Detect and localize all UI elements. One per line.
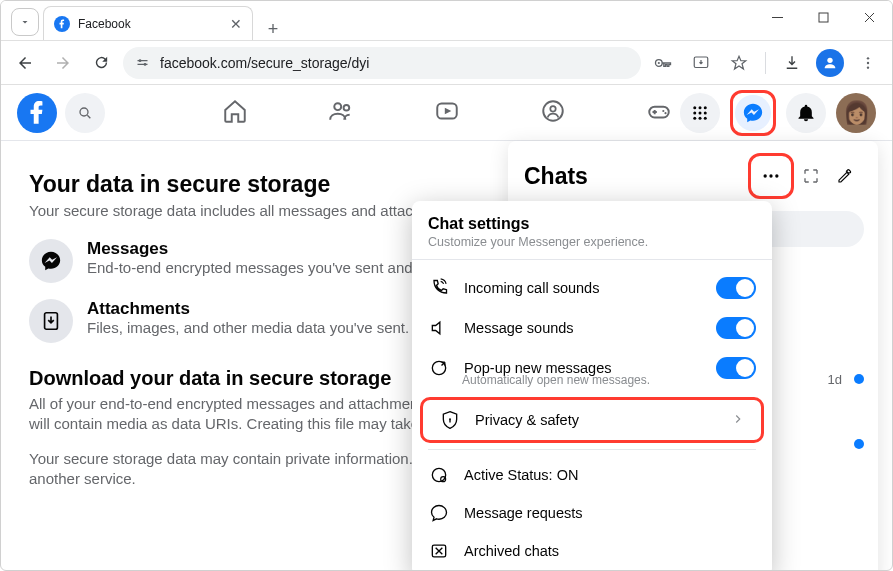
site-settings-icon <box>135 55 150 70</box>
svg-point-31 <box>775 174 778 177</box>
messenger-button-highlight <box>730 90 776 136</box>
svg-point-19 <box>693 106 696 109</box>
chat-bubble-icon <box>428 503 450 523</box>
browser-titlebar: Facebook ✕ + <box>1 1 892 41</box>
nav-friends-icon[interactable] <box>328 98 354 128</box>
svg-point-8 <box>867 61 869 63</box>
unread-dot-icon <box>854 374 864 384</box>
address-bar[interactable]: facebook.com/secure_storage/dyi <box>123 47 641 79</box>
notifications-button[interactable] <box>786 93 826 133</box>
close-window-button[interactable] <box>846 1 892 33</box>
svg-point-9 <box>867 66 869 68</box>
nav-video-icon[interactable] <box>434 98 460 128</box>
minimize-button[interactable] <box>754 1 800 33</box>
header-right: 👩🏽 <box>680 90 876 136</box>
new-message-icon[interactable] <box>828 159 862 193</box>
settings-subtitle: Customize your Messenger experience. <box>412 233 772 260</box>
speaker-icon <box>428 318 450 338</box>
browser-toolbar: facebook.com/secure_storage/dyi <box>1 41 892 85</box>
facebook-favicon <box>54 16 70 32</box>
menu-privacy-safety[interactable]: Privacy & safety <box>431 406 753 434</box>
svg-point-30 <box>769 174 772 177</box>
svg-point-26 <box>699 116 702 119</box>
svg-point-18 <box>664 112 666 114</box>
svg-point-6 <box>827 57 832 62</box>
browser-menu-icon[interactable] <box>852 47 884 79</box>
svg-point-21 <box>704 106 707 109</box>
tab-title: Facebook <box>78 17 222 31</box>
settings-title: Chat settings <box>412 215 772 233</box>
back-button[interactable] <box>9 47 41 79</box>
menu-incoming-sounds[interactable]: Incoming call sounds <box>412 268 772 308</box>
chats-options-button[interactable] <box>754 159 788 193</box>
svg-point-29 <box>764 174 767 177</box>
forward-button[interactable] <box>47 47 79 79</box>
chat-time: 1d <box>828 372 842 387</box>
bookmark-star-icon[interactable] <box>723 47 755 79</box>
svg-point-20 <box>699 106 702 109</box>
nav-gaming-icon[interactable] <box>646 98 672 128</box>
maximize-button[interactable] <box>800 1 846 33</box>
svg-point-10 <box>80 108 88 116</box>
install-app-icon[interactable] <box>685 47 717 79</box>
account-avatar[interactable]: 👩🏽 <box>836 93 876 133</box>
toggle-popup[interactable] <box>716 357 756 379</box>
svg-rect-0 <box>819 13 828 22</box>
chats-panel: Chats Chat settings Customize your Messe… <box>508 141 878 571</box>
downloads-icon[interactable] <box>776 47 808 79</box>
messenger-button[interactable] <box>735 95 771 131</box>
svg-point-25 <box>693 116 696 119</box>
menu-archived-chats[interactable]: Archived chats <box>412 532 772 570</box>
svg-point-17 <box>662 109 664 111</box>
nav-groups-icon[interactable] <box>540 98 566 128</box>
chat-settings-menu: Chat settings Customize your Messenger e… <box>412 201 772 571</box>
new-tab-button[interactable]: + <box>259 19 287 40</box>
svg-rect-16 <box>649 106 669 117</box>
svg-point-4 <box>658 61 660 63</box>
tab-close-button[interactable]: ✕ <box>230 16 242 32</box>
url-text: facebook.com/secure_storage/dyi <box>160 55 369 71</box>
browser-tab[interactable]: Facebook ✕ <box>43 6 253 40</box>
archive-icon <box>428 541 450 561</box>
svg-point-12 <box>343 104 349 110</box>
svg-point-11 <box>334 103 341 110</box>
popup-subtext: Automatically open new messages. <box>412 373 772 395</box>
svg-point-1 <box>139 59 142 62</box>
menu-grid-button[interactable] <box>680 93 720 133</box>
facebook-search-button[interactable] <box>65 93 105 133</box>
svg-point-15 <box>550 106 555 111</box>
chevron-right-icon <box>731 412 745 429</box>
svg-point-24 <box>704 111 707 114</box>
menu-active-status[interactable]: Active Status: ON <box>412 456 772 494</box>
shield-icon <box>439 410 461 430</box>
svg-point-22 <box>693 111 696 114</box>
menu-message-requests[interactable]: Message requests <box>412 494 772 532</box>
messages-icon <box>29 239 73 283</box>
svg-point-7 <box>867 57 869 59</box>
attachments-icon <box>29 299 73 343</box>
expand-icon[interactable] <box>794 159 828 193</box>
tab-search-button[interactable] <box>11 8 39 36</box>
chats-title: Chats <box>524 163 748 190</box>
unread-dot-icon <box>854 439 864 449</box>
facebook-logo[interactable] <box>17 93 57 133</box>
nav-home-icon[interactable] <box>222 98 248 128</box>
facebook-header: 👩🏽 <box>1 85 892 141</box>
svg-point-34 <box>432 468 445 481</box>
svg-point-27 <box>704 116 707 119</box>
window-controls <box>754 1 892 33</box>
toggle-msg-sounds[interactable] <box>716 317 756 339</box>
menu-message-sounds[interactable]: Message sounds <box>412 308 772 348</box>
attachments-heading: Attachments <box>87 299 409 319</box>
tab-strip: Facebook ✕ + <box>1 6 287 40</box>
chats-options-highlight <box>748 153 794 199</box>
popup-icon <box>428 358 450 378</box>
phone-icon <box>428 278 450 298</box>
password-key-icon[interactable] <box>647 47 679 79</box>
browser-profile-button[interactable] <box>814 47 846 79</box>
svg-point-33 <box>449 418 451 420</box>
svg-point-2 <box>144 63 147 66</box>
active-status-icon <box>428 465 450 485</box>
toggle-incoming[interactable] <box>716 277 756 299</box>
reload-button[interactable] <box>85 47 117 79</box>
